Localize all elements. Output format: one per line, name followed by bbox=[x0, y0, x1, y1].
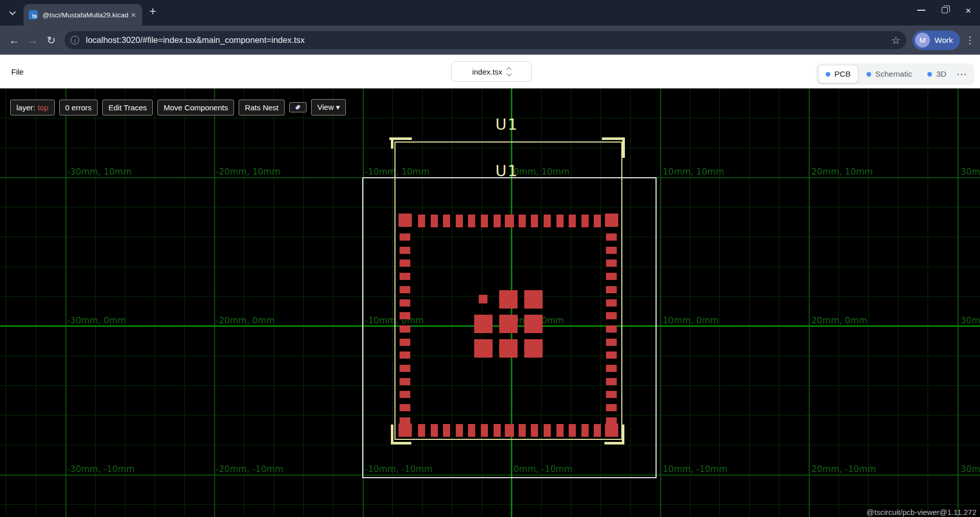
pcb-pad[interactable] bbox=[400, 299, 410, 307]
window-maximize-button[interactable] bbox=[933, 0, 956, 20]
pcb-pad[interactable] bbox=[544, 424, 551, 437]
pcb-pad[interactable] bbox=[418, 215, 425, 227]
pcb-pad[interactable] bbox=[606, 273, 617, 280]
site-info-icon[interactable]: i bbox=[71, 36, 79, 44]
pcb-pad[interactable] bbox=[494, 424, 501, 437]
pcb-pad[interactable] bbox=[418, 424, 425, 437]
pcb-pad[interactable] bbox=[531, 215, 538, 227]
pcb-pad[interactable] bbox=[468, 424, 475, 437]
pcb-pad[interactable] bbox=[606, 351, 617, 359]
pcb-pad[interactable] bbox=[399, 424, 412, 437]
pcb-pad[interactable] bbox=[524, 290, 543, 309]
errors-button[interactable]: 0 errors bbox=[59, 100, 98, 115]
pcb-pad[interactable] bbox=[606, 312, 617, 319]
pcb-pad[interactable] bbox=[505, 215, 514, 227]
pcb-pad[interactable] bbox=[456, 424, 463, 437]
back-button[interactable]: ← bbox=[5, 31, 24, 50]
forward-button[interactable]: → bbox=[24, 31, 42, 50]
pcb-pad[interactable] bbox=[524, 339, 543, 358]
pcb-pad[interactable] bbox=[479, 295, 487, 303]
pcb-pad[interactable] bbox=[519, 215, 526, 227]
pcb-pad[interactable] bbox=[544, 215, 551, 227]
pcb-pad[interactable] bbox=[481, 424, 488, 437]
pcb-pad[interactable] bbox=[400, 351, 410, 359]
tab-close-icon[interactable]: × bbox=[129, 10, 138, 20]
pcb-pad[interactable] bbox=[606, 365, 617, 372]
move-components-button[interactable]: Move Components bbox=[157, 100, 234, 115]
pcb-pad[interactable] bbox=[519, 424, 526, 437]
pcb-pad[interactable] bbox=[605, 214, 618, 227]
pcb-pad[interactable] bbox=[499, 315, 518, 333]
pcb-pad[interactable] bbox=[400, 404, 410, 411]
layer-button[interactable]: layer: top bbox=[10, 100, 55, 115]
pcb-pad[interactable] bbox=[606, 404, 617, 411]
pcb-pad[interactable] bbox=[456, 215, 463, 227]
browser-tab[interactable]: ts @tsci/MustafaMulla29.kicad-lib × bbox=[24, 4, 142, 26]
pcb-pad[interactable] bbox=[606, 260, 617, 267]
pcb-pad[interactable] bbox=[606, 391, 617, 398]
view-more-icon[interactable]: ⋯ bbox=[954, 68, 969, 80]
pcb-pad[interactable] bbox=[606, 233, 617, 241]
pcb-pad[interactable] bbox=[505, 424, 514, 437]
pcb-pad[interactable] bbox=[400, 312, 410, 319]
pcb-pad[interactable] bbox=[400, 391, 410, 398]
view-tab-3d[interactable]: 3D bbox=[920, 65, 953, 83]
pcb-pad[interactable] bbox=[569, 215, 576, 227]
file-menu[interactable]: File bbox=[11, 67, 24, 76]
pcb-pad[interactable] bbox=[581, 215, 589, 227]
reload-button[interactable]: ↻ bbox=[42, 31, 60, 50]
pcb-pad[interactable] bbox=[400, 378, 410, 385]
pcb-pad[interactable] bbox=[431, 424, 438, 437]
pcb-pad[interactable] bbox=[400, 286, 410, 293]
pcb-pad[interactable] bbox=[524, 315, 543, 333]
file-selector-dropdown[interactable]: index.tsx bbox=[451, 61, 532, 82]
bookmark-star-icon[interactable]: ☆ bbox=[891, 34, 900, 46]
pcb-pad[interactable] bbox=[569, 424, 576, 437]
pcb-pad[interactable] bbox=[499, 290, 518, 309]
pcb-pad[interactable] bbox=[400, 233, 410, 241]
view-dropdown-button[interactable]: View ▾ bbox=[311, 99, 346, 115]
pcb-pad[interactable] bbox=[606, 325, 617, 333]
pcb-pad[interactable] bbox=[468, 215, 475, 227]
pcb-pad[interactable] bbox=[594, 424, 601, 437]
pcb-pad[interactable] bbox=[606, 339, 617, 346]
pcb-pad[interactable] bbox=[594, 215, 601, 227]
profile-chip[interactable]: M Work bbox=[913, 31, 960, 50]
pcb-pad[interactable] bbox=[606, 378, 617, 385]
pcb-pad[interactable] bbox=[443, 215, 450, 227]
edit-traces-button[interactable]: Edit Traces bbox=[102, 100, 153, 115]
browser-menu-icon[interactable]: ⋮ bbox=[965, 34, 975, 46]
pcb-pad[interactable] bbox=[400, 339, 410, 346]
pcb-pad[interactable] bbox=[481, 215, 488, 227]
pcb-pad[interactable] bbox=[556, 424, 564, 437]
pcb-canvas[interactable]: -30mm, 10mm-20mm, 10mm-10mm, 10mm0mm, 10… bbox=[0, 88, 980, 517]
pcb-pad[interactable] bbox=[606, 299, 617, 307]
window-minimize-button[interactable] bbox=[909, 0, 933, 20]
address-input[interactable]: i localhost:3020/#file=index.tsx&main_co… bbox=[64, 31, 906, 49]
pcb-pad[interactable] bbox=[400, 273, 410, 280]
pcb-pad[interactable] bbox=[431, 215, 438, 227]
pcb-pad[interactable] bbox=[605, 424, 618, 437]
tab-search-button[interactable] bbox=[5, 6, 19, 20]
pcb-pad[interactable] bbox=[399, 214, 412, 227]
pcb-pad[interactable] bbox=[474, 339, 493, 358]
pcb-pad[interactable] bbox=[443, 424, 450, 437]
window-close-button[interactable]: × bbox=[956, 0, 980, 20]
pcb-pad[interactable] bbox=[400, 365, 410, 372]
edit-mode-button[interactable] bbox=[289, 102, 307, 112]
pcb-pad[interactable] bbox=[400, 325, 410, 333]
pcb-pad[interactable] bbox=[556, 215, 564, 227]
view-tab-schematic[interactable]: Schematic bbox=[859, 65, 919, 83]
pcb-pad[interactable] bbox=[474, 315, 493, 333]
pcb-pad[interactable] bbox=[606, 286, 617, 293]
pcb-pad[interactable] bbox=[400, 247, 410, 254]
pcb-pad[interactable] bbox=[531, 424, 538, 437]
pcb-pad[interactable] bbox=[400, 260, 410, 267]
rats-nest-button[interactable]: Rats Nest bbox=[239, 100, 285, 115]
pcb-pad[interactable] bbox=[606, 247, 617, 254]
pcb-pad[interactable] bbox=[581, 424, 589, 437]
pcb-pad[interactable] bbox=[499, 339, 518, 358]
pcb-pad[interactable] bbox=[494, 215, 501, 227]
new-tab-button[interactable]: + bbox=[149, 4, 156, 18]
view-tab-pcb[interactable]: PCB bbox=[818, 65, 858, 83]
